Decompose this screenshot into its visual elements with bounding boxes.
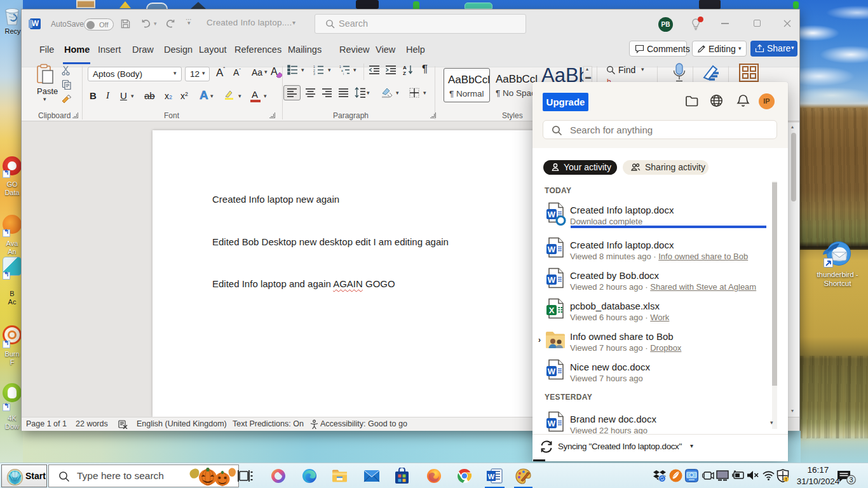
svg-text:W: W: [488, 473, 495, 480]
svg-text:W: W: [548, 419, 556, 428]
svg-text:3: 3: [849, 476, 853, 484]
svg-text:3: 3: [313, 72, 315, 75]
svg-text:i: i: [343, 72, 344, 75]
svg-text:!: !: [785, 477, 787, 482]
svg-text:A: A: [403, 65, 407, 71]
svg-text:W: W: [548, 367, 556, 376]
svg-text:W: W: [548, 245, 556, 254]
svg-text:W: W: [548, 275, 556, 285]
svg-text:X: X: [549, 306, 555, 315]
svg-text:Z: Z: [403, 71, 406, 76]
svg-text:W: W: [548, 210, 556, 219]
